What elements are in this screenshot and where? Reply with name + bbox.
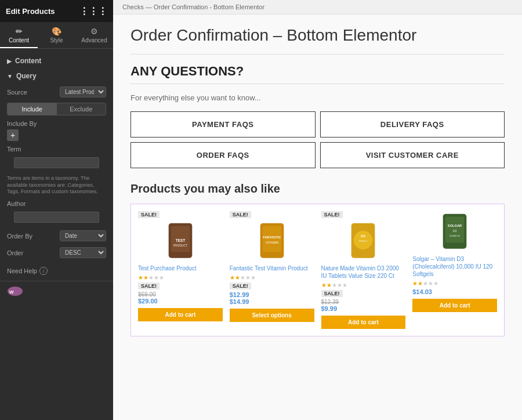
include-exclude-toggle: Include Exclude [7,103,106,115]
product-name-3[interactable]: Nature Made Vitamin D3 2000 IU Tablets V… [321,265,406,280]
product-name-1[interactable]: Test Purchase Product [138,265,197,272]
payment-faqs-button[interactable]: PAYMENT FAQS [130,111,316,137]
product-image-2: FANTASTIC VITAMIN [230,220,314,261]
term-input[interactable] [14,157,99,168]
sidebar-header: Edit Products ⋮⋮⋮ [0,0,113,22]
include-btn[interactable]: Include [8,103,57,115]
svg-text:10,000 IU: 10,000 IU [449,234,460,237]
add-to-cart-button-1[interactable]: Add to cart [138,308,223,321]
products-grid: SALE! TEST PRODUCT Test Purchase Product… [130,204,505,336]
product-img-svg-1: TEST PRODUCT [163,222,198,260]
terms-note: Terms are items in a taxonomy. The avail… [0,173,113,198]
svg-text:FANTASTIC: FANTASTIC [263,236,281,239]
advanced-tab-icon: ⚙ [90,27,98,36]
query-section-label: Query [16,72,37,80]
product-card-1: SALE! TEST PRODUCT Test Purchase Product… [138,211,223,329]
page-area: Order Confirmation – Bottom Elementor AN… [113,15,522,348]
top-divider [130,54,505,55]
sale-badge-3: SALE! [321,211,343,218]
product-image-4: SOLGAR D3 10,000 IU [412,211,497,252]
sidebar: Edit Products ⋮⋮⋮ ✏ Content 🎨 Style ⚙ Ad… [0,0,113,420]
author-input[interactable] [14,212,99,223]
tab-content[interactable]: ✏ Content [0,22,38,48]
select-options-button-2[interactable]: Select options [230,309,314,322]
woo-logo: W [7,286,106,296]
style-tab-label: Style [50,37,63,44]
sale-badge-2: SALE! [230,211,251,218]
product-name-2[interactable]: Fantastic Test Vitamin Product [230,265,308,272]
source-label: Source [7,89,27,96]
content-section-label: Content [15,57,41,65]
product-card-4: SOLGAR D3 10,000 IU Solgar – Vitamin D3 … [412,211,497,329]
order-by-row: Order By Date Title Name Price Random [0,227,113,244]
svg-text:TEST: TEST [176,238,186,242]
query-section-arrow: ▼ [7,73,13,79]
author-label: Author [7,200,106,207]
sidebar-title: Edit Products [6,7,55,16]
any-questions-title: ANY QUESTIONS? [130,64,505,79]
content-tab-label: Content [9,37,29,44]
order-select[interactable]: DESC ASC [60,247,106,258]
sale-price-1: $29.00 [138,298,158,305]
star-rating-2: ★★★★★ [230,274,256,281]
content-tab-icon: ✏ [16,27,23,36]
sale-badge-1: SALE! [138,211,160,218]
source-select[interactable]: Latest Products Featured Products Sale P… [60,86,106,97]
order-label: Order [7,249,23,256]
tab-advanced[interactable]: ⚙ Advanced [75,22,113,48]
regular-price-2: $14.99 [230,298,249,305]
add-to-cart-button-4[interactable]: Add to cart [412,299,497,312]
original-price-3: $12.39 [321,299,339,305]
faq-grid: PAYMENT FAQS DELIVERY FAQS ORDER FAQS VI… [130,111,505,168]
sale-price-3: $9.99 [321,305,338,312]
need-help-section: Need Help i [0,261,113,281]
content-section-header[interactable]: ▶ Content [0,53,113,68]
source-row: Source Latest Products Featured Products… [0,84,113,100]
product-img-svg-2: FANTASTIC VITAMIN [255,222,289,260]
exclude-btn[interactable]: Exclude [57,103,106,115]
any-questions-section: ANY QUESTIONS? For everything else you w… [130,64,505,168]
woo-icon: W [7,286,23,296]
order-by-select[interactable]: Date Title Name Price Random [60,230,106,241]
add-to-cart-button-3[interactable]: Add to cart [321,316,406,329]
svg-text:VITAMIN: VITAMIN [265,240,278,244]
product-name-4[interactable]: Solgar – Vitamin D3 (Cholecalciferol) 10… [412,255,497,278]
term-row: Term [0,143,113,173]
product-sale-badge-3: SALE! [321,290,343,297]
order-row: Order DESC ASC [0,244,113,261]
sidebar-body: ▶ Content ▼ Query Source Latest Products… [0,49,113,420]
sidebar-tabs: ✏ Content 🎨 Style ⚙ Advanced [0,22,113,49]
include-by-row: Include By + [0,118,113,143]
svg-text:D3: D3 [453,229,457,232]
order-faqs-button[interactable]: ORDER FAQS [130,142,316,168]
questions-divider [130,84,505,84]
menu-dots-icon[interactable]: ⋮⋮⋮ [79,6,107,17]
main-content: Checks — Order Confirmation - Bottom Ele… [113,0,522,420]
info-icon[interactable]: i [39,267,48,275]
advanced-tab-label: Advanced [81,37,107,44]
sale-price-4: $14.03 [412,288,432,295]
include-by-label: Include By [7,120,106,127]
visit-customer-care-button[interactable]: VISIT CUSTOMER CARE [320,142,505,168]
svg-text:W: W [9,289,14,295]
product-image-1: TEST PRODUCT [138,220,223,261]
query-section-header[interactable]: ▼ Query [0,68,113,84]
svg-text:D3: D3 [361,234,365,238]
delivery-faqs-button[interactable]: DELIVERY FAQS [320,111,505,137]
content-section-arrow: ▶ [7,58,12,64]
star-rating-1: ★★★★★ [138,274,164,281]
original-price-1: $69.00 [138,291,156,298]
tab-style[interactable]: 🎨 Style [38,22,75,48]
sale-price-2: $12.99 [230,291,249,298]
add-include-by-button[interactable]: + [7,129,19,141]
star-rating-3: ★★★★★ [321,282,347,288]
svg-text:2000 IU: 2000 IU [359,240,367,242]
breadcrumb: Checks — Order Confirmation - Bottom Ele… [113,0,522,15]
product-card-3: SALE! D3 2000 IU Nature Made Vitamin D3 … [321,211,406,329]
any-questions-subtitle: For everything else you want to know... [130,93,505,102]
svg-text:SOLGAR: SOLGAR [448,224,462,227]
woo-logo-area: W [0,281,113,301]
need-help-label: Need Help [7,267,37,274]
product-sale-badge-1: SALE! [138,283,160,289]
products-section: Products you may also like SALE! TEST PR… [130,182,505,336]
